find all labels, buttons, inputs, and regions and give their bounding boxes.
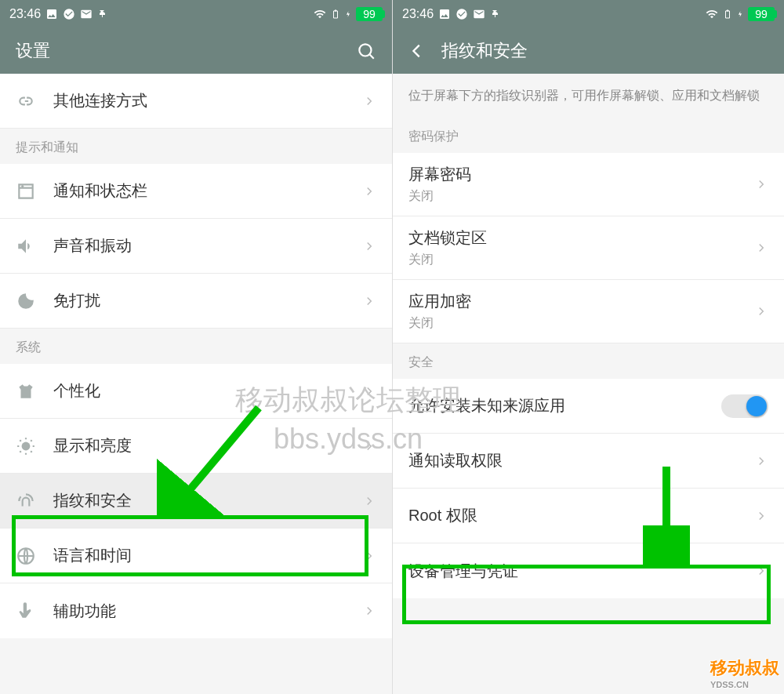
row-sublabel: 关闭 <box>408 315 471 332</box>
row-unknown-sources[interactable]: 允许安装未知来源应用 <box>393 379 784 434</box>
svg-point-0 <box>359 44 371 56</box>
chevron-right-icon <box>362 549 376 563</box>
chevron-right-icon <box>362 294 376 308</box>
status-bar: 23:46 99 <box>393 0 784 28</box>
row-label: 通知读取权限 <box>408 450 503 471</box>
app-bar-settings: 设置 <box>0 28 392 74</box>
battery-level: 99 <box>356 7 383 21</box>
toggle-unknown-sources[interactable] <box>721 394 768 418</box>
back-icon[interactable] <box>408 42 426 60</box>
row-document-lock[interactable]: 文档锁定区 关闭 <box>393 216 784 280</box>
row-other-connections[interactable]: 其他连接方式 <box>0 74 392 129</box>
chevron-right-icon <box>362 94 376 108</box>
row-root-permission[interactable]: Root 权限 <box>393 489 784 543</box>
row-label: 语言和时间 <box>53 545 132 566</box>
row-do-not-disturb[interactable]: 免打扰 <box>0 274 392 329</box>
row-language-time[interactable]: 语言和时间 <box>0 529 392 583</box>
row-device-admin[interactable]: 设备管理与凭证 <box>393 543 784 598</box>
row-label: 免打扰 <box>53 290 100 311</box>
charging-icon <box>344 8 352 20</box>
sound-icon <box>16 236 36 256</box>
row-screen-password[interactable]: 屏幕密码 关闭 <box>393 153 784 216</box>
chevron-right-icon <box>754 304 768 318</box>
row-notification-access[interactable]: 通知读取权限 <box>393 434 784 489</box>
chevron-right-icon <box>362 184 376 198</box>
wifi-icon <box>705 8 719 20</box>
chevron-right-icon <box>362 604 376 618</box>
row-label: 显示和亮度 <box>53 435 132 456</box>
row-label: 屏幕密码 <box>408 164 471 185</box>
row-sublabel: 关闭 <box>408 252 487 268</box>
usb-icon <box>97 8 107 20</box>
chevron-right-icon <box>362 239 376 253</box>
shirt-icon <box>16 381 36 402</box>
row-personalization[interactable]: 个性化 <box>0 364 392 419</box>
row-label: 设备管理与凭证 <box>408 561 518 582</box>
chevron-right-icon <box>362 384 376 398</box>
svg-point-2 <box>22 441 31 450</box>
row-label: 辅助功能 <box>53 601 116 622</box>
row-label: 声音和振动 <box>53 235 132 256</box>
charging-icon <box>736 8 744 20</box>
row-label: 其他连接方式 <box>53 90 147 111</box>
image-icon <box>45 8 58 20</box>
page-title: 设置 <box>16 39 50 63</box>
section-notifications: 提示和通知 <box>0 129 392 164</box>
brightness-icon <box>16 436 36 456</box>
row-label: 通知和状态栏 <box>53 180 147 202</box>
mail-icon <box>80 8 93 20</box>
phone-left: 23:46 99 设置 其他连接方式 提示和通知 通知和状态栏 <box>0 0 392 694</box>
usb-icon <box>490 8 499 20</box>
chevron-right-icon <box>754 177 768 191</box>
row-sublabel: 关闭 <box>408 188 471 205</box>
chevron-right-icon <box>754 564 768 578</box>
clock: 23:46 <box>9 7 41 21</box>
svg-point-1 <box>21 184 24 187</box>
battery-outline-icon <box>331 7 340 21</box>
chevron-right-icon <box>362 439 376 453</box>
row-label: 应用加密 <box>408 291 471 312</box>
fingerprint-security-list[interactable]: 位于屏幕下方的指纹识别器，可用作屏幕解锁、应用和文档解锁 密码保护 屏幕密码 关… <box>393 74 784 694</box>
phone-right: 23:46 99 指纹和安全 位于屏幕下方的指纹识别器，可用作屏幕解锁、应用和文… <box>392 0 784 694</box>
moon-icon <box>16 291 36 311</box>
search-icon[interactable] <box>356 41 376 61</box>
section-security: 安全 <box>393 343 784 379</box>
chevron-right-icon <box>754 241 768 255</box>
section-password-protection: 密码保护 <box>393 118 784 153</box>
globe-icon <box>16 546 36 566</box>
app-bar-fingerprint: 指纹和安全 <box>393 28 784 74</box>
row-label: 个性化 <box>53 380 100 402</box>
link-icon <box>16 91 36 111</box>
battery-outline-icon <box>723 7 732 21</box>
section-system: 系统 <box>0 329 392 364</box>
settings-list[interactable]: 其他连接方式 提示和通知 通知和状态栏 声音和振动 免打扰 系统 个性化 <box>0 74 392 694</box>
notification-icon <box>16 181 36 202</box>
check-circle-icon <box>456 8 468 20</box>
row-notifications-statusbar[interactable]: 通知和状态栏 <box>0 164 392 219</box>
row-label: 允许安装未知来源应用 <box>408 395 565 416</box>
chevron-right-icon <box>754 509 768 523</box>
clock: 23:46 <box>402 7 434 21</box>
row-label: 文档锁定区 <box>408 227 487 249</box>
row-label: Root 权限 <box>408 505 477 526</box>
page-title: 指纹和安全 <box>441 39 528 63</box>
row-display-brightness[interactable]: 显示和亮度 <box>0 419 392 474</box>
row-sound-vibration[interactable]: 声音和振动 <box>0 219 392 274</box>
fingerprint-description: 位于屏幕下方的指纹识别器，可用作屏幕解锁、应用和文档解锁 <box>393 74 784 118</box>
row-accessibility[interactable]: 辅助功能 <box>0 583 392 638</box>
chevron-right-icon <box>362 494 376 508</box>
mail-icon <box>473 8 485 20</box>
status-bar: 23:46 99 <box>0 0 392 28</box>
hand-icon <box>16 601 36 621</box>
check-circle-icon <box>63 8 75 20</box>
chevron-right-icon <box>754 454 768 468</box>
row-label: 指纹和安全 <box>53 490 132 511</box>
fingerprint-icon <box>16 491 36 511</box>
row-fingerprint-security[interactable]: 指纹和安全 <box>0 474 392 529</box>
image-icon <box>438 8 451 20</box>
battery-level: 99 <box>748 7 775 21</box>
row-app-encryption[interactable]: 应用加密 关闭 <box>393 280 784 343</box>
wifi-icon <box>313 8 327 20</box>
